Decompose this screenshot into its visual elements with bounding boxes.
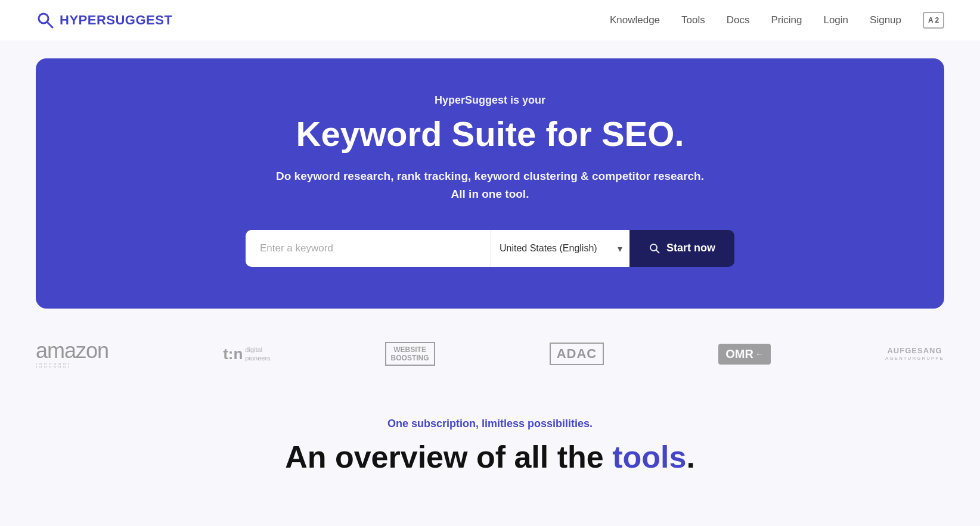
hero-desc-line2: All in one tool.: [451, 188, 529, 200]
adac-text: ADAC: [550, 343, 604, 365]
hero-subtitle: HyperSuggest is your: [60, 94, 920, 107]
main-nav: Knowledge Tools Docs Pricing Login Signu…: [610, 12, 944, 29]
tn-sub: digitalpioneers: [245, 346, 270, 363]
logo-icon: [36, 11, 55, 30]
bottom-title-end: .: [686, 440, 694, 474]
header: HYPERSUGGEST Knowledge Tools Docs Pricin…: [0, 0, 980, 41]
hero-description: Do keyword research, rank tracking, keyw…: [60, 167, 920, 204]
logo-omr: OMR←: [718, 344, 771, 365]
bottom-title-accent: tools: [612, 440, 686, 474]
logo-text: HYPERSUGGEST: [60, 13, 172, 28]
amazon-text: amazon ∷∷∷∷∷∷∷: [36, 338, 108, 370]
websiteboosting-text: WEBSITEBOOSTING: [385, 342, 435, 366]
search-bar: United States (English) United Kingdom (…: [246, 230, 734, 267]
hero-title: Keyword Suite for SEO.: [60, 115, 920, 153]
omr-text: OMR←: [718, 344, 771, 365]
logo-link[interactable]: HYPERSUGGEST: [36, 11, 172, 30]
hero-section: HyperSuggest is your Keyword Suite for S…: [36, 58, 944, 309]
bottom-section: One subscription, limitless possibilitie…: [0, 388, 980, 475]
svg-line-1: [47, 22, 52, 27]
logo-aufgesang: AUFGESANG AGENTURGRUPPE: [885, 346, 944, 361]
country-select[interactable]: United States (English) United Kingdom (…: [491, 230, 629, 267]
nav-login[interactable]: Login: [823, 14, 848, 26]
hero-desc-line1: Do keyword research, rank tracking, keyw…: [276, 170, 704, 182]
country-select-wrapper: United States (English) United Kingdom (…: [491, 230, 629, 267]
aufgesang-text: AUFGESANG AGENTURGRUPPE: [885, 346, 944, 361]
nav-knowledge[interactable]: Knowledge: [610, 14, 660, 26]
logo-tn: t:n digitalpioneers: [223, 345, 270, 363]
nav-signup[interactable]: Signup: [870, 14, 901, 26]
bottom-title: An overview of all the tools.: [36, 440, 944, 475]
translate-icon[interactable]: A 2: [923, 12, 944, 29]
start-button-label: Start now: [666, 242, 715, 254]
keyword-input[interactable]: [246, 230, 491, 267]
logo-amazon: amazon ∷∷∷∷∷∷∷: [36, 338, 108, 370]
logo-adac: ADAC: [550, 343, 604, 365]
bottom-title-start: An overview of all the: [285, 440, 612, 474]
nav-pricing[interactable]: Pricing: [771, 14, 802, 26]
nav-docs[interactable]: Docs: [727, 14, 750, 26]
start-search-icon: [649, 242, 660, 254]
logo-websiteboosting: WEBSITEBOOSTING: [385, 342, 435, 366]
logos-section: amazon ∷∷∷∷∷∷∷ t:n digitalpioneers WEBSI…: [0, 309, 980, 388]
bottom-tagline: One subscription, limitless possibilitie…: [36, 418, 944, 430]
nav-tools[interactable]: Tools: [681, 14, 705, 26]
svg-line-3: [656, 250, 659, 253]
start-now-button[interactable]: Start now: [629, 230, 734, 267]
tn-main: t:n: [223, 345, 243, 363]
